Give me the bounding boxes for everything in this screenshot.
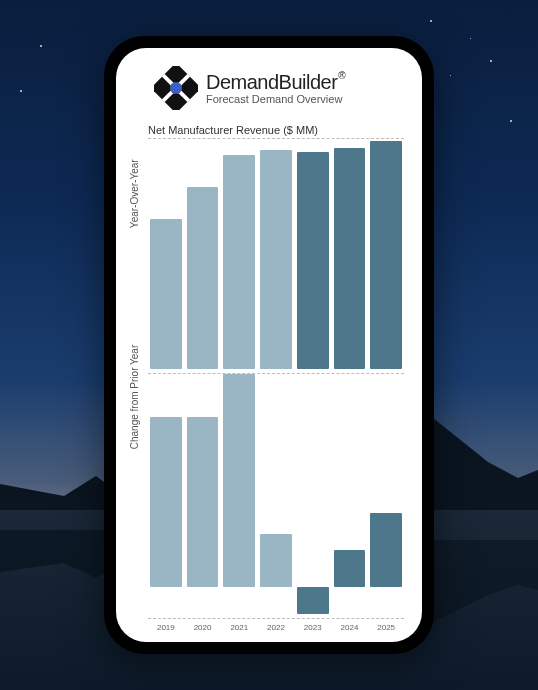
chart-year-over-year: Year-Over-Year: [148, 141, 404, 374]
bar: [187, 187, 219, 370]
bar: [260, 150, 292, 369]
x-tick-label: 2025: [370, 623, 402, 632]
y-axis-label: Change from Prior Year: [129, 345, 140, 450]
x-tick-label: 2024: [334, 623, 366, 632]
bar: [223, 155, 255, 370]
x-tick-label: 2021: [223, 623, 255, 632]
bar: [187, 417, 219, 587]
bar: [260, 534, 292, 587]
brand-block: DemandBuilder® Forecast Demand Overview: [206, 71, 344, 105]
app-header: DemandBuilder® Forecast Demand Overview: [130, 66, 408, 110]
chart-change-prior-year: Change from Prior Year: [148, 374, 404, 619]
bar: [150, 417, 182, 587]
x-tick-label: 2020: [187, 623, 219, 632]
x-tick-label: 2022: [260, 623, 292, 632]
app-name: DemandBuilder®: [206, 71, 344, 94]
bar: [223, 374, 255, 587]
app-name-text: DemandBuilder: [206, 71, 337, 93]
x-axis: 2019202020212022202320242025: [148, 619, 404, 632]
phone-frame: DemandBuilder® Forecast Demand Overview …: [104, 36, 434, 654]
bar-group: [148, 141, 404, 369]
screen: DemandBuilder® Forecast Demand Overview …: [116, 48, 422, 642]
bar: [150, 219, 182, 370]
bar: [370, 513, 402, 588]
svg-point-4: [170, 82, 182, 94]
bar: [370, 141, 402, 369]
bar: [297, 152, 329, 369]
registered-mark: ®: [338, 70, 345, 81]
x-tick-label: 2019: [150, 623, 182, 632]
y-axis-label: Year-Over-Year: [129, 160, 140, 229]
x-tick-label: 2023: [297, 623, 329, 632]
charts-container: Year-Over-Year Change from Prior Year 20…: [130, 141, 408, 632]
bar: [297, 587, 329, 614]
app-logo-icon: [154, 66, 198, 110]
bar: [334, 148, 366, 369]
chart-title: Net Manufacturer Revenue ($ MM): [148, 124, 404, 139]
bar: [334, 550, 366, 587]
bar-group: [148, 374, 404, 614]
app-subtitle: Forecast Demand Overview: [206, 93, 344, 105]
